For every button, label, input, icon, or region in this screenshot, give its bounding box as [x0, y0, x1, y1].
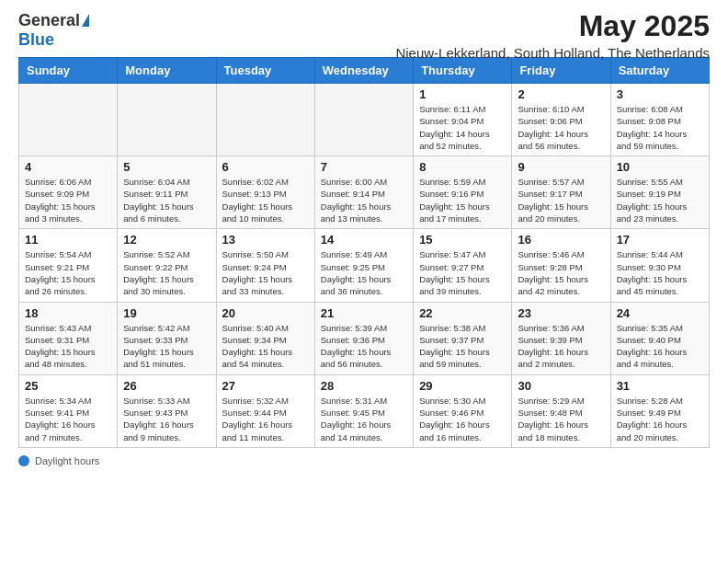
header: General Blue May 2025 Nieuw-Lekkerland, … — [0, 0, 728, 57]
day-info: Sunrise: 5:36 AM Sunset: 9:39 PM Dayligh… — [518, 322, 604, 371]
day-number: 17 — [617, 233, 703, 247]
calendar-week-row: 18Sunrise: 5:43 AM Sunset: 9:31 PM Dayli… — [19, 302, 710, 374]
day-info: Sunrise: 5:38 AM Sunset: 9:37 PM Dayligh… — [419, 322, 506, 371]
day-info: Sunrise: 5:54 AM Sunset: 9:21 PM Dayligh… — [25, 248, 111, 297]
calendar-cell — [118, 84, 216, 156]
calendar-cell: 6Sunrise: 6:02 AM Sunset: 9:13 PM Daylig… — [216, 156, 314, 229]
day-info: Sunrise: 5:55 AM Sunset: 9:19 PM Dayligh… — [617, 176, 703, 224]
day-info: Sunrise: 5:50 AM Sunset: 9:24 PM Dayligh… — [222, 248, 309, 297]
calendar-cell: 12Sunrise: 5:52 AM Sunset: 9:22 PM Dayli… — [118, 229, 216, 302]
day-number: 11 — [25, 233, 111, 247]
day-info: Sunrise: 5:52 AM Sunset: 9:22 PM Dayligh… — [123, 248, 210, 297]
day-info: Sunrise: 6:08 AM Sunset: 9:08 PM Dayligh… — [617, 103, 703, 152]
calendar-cell: 31Sunrise: 5:28 AM Sunset: 9:49 PM Dayli… — [610, 374, 709, 447]
calendar-cell: 16Sunrise: 5:46 AM Sunset: 9:28 PM Dayli… — [512, 229, 610, 302]
day-info: Sunrise: 5:42 AM Sunset: 9:33 PM Dayligh… — [123, 322, 210, 371]
footer-dot-icon — [18, 455, 29, 466]
day-info: Sunrise: 5:34 AM Sunset: 9:41 PM Dayligh… — [25, 395, 111, 443]
calendar-cell: 3Sunrise: 6:08 AM Sunset: 9:08 PM Daylig… — [610, 84, 709, 156]
day-number: 19 — [123, 306, 210, 320]
day-number: 5 — [123, 160, 210, 174]
day-info: Sunrise: 5:40 AM Sunset: 9:34 PM Dayligh… — [222, 322, 309, 371]
day-number: 10 — [617, 160, 703, 174]
title-block: May 2025 Nieuw-Lekkerland, South Holland… — [395, 9, 710, 61]
calendar-header-wednesday: Wednesday — [314, 58, 413, 84]
calendar-cell: 9Sunrise: 5:57 AM Sunset: 9:17 PM Daylig… — [512, 156, 610, 229]
calendar-cell: 21Sunrise: 5:39 AM Sunset: 9:36 PM Dayli… — [314, 302, 413, 374]
day-number: 14 — [321, 233, 407, 247]
day-number: 23 — [518, 306, 604, 320]
day-info: Sunrise: 5:35 AM Sunset: 9:40 PM Dayligh… — [617, 322, 703, 371]
day-info: Sunrise: 6:11 AM Sunset: 9:04 PM Dayligh… — [419, 103, 506, 152]
day-number: 26 — [123, 379, 210, 393]
day-info: Sunrise: 5:31 AM Sunset: 9:45 PM Dayligh… — [321, 395, 407, 443]
day-number: 2 — [518, 87, 604, 101]
day-info: Sunrise: 5:49 AM Sunset: 9:25 PM Dayligh… — [321, 248, 407, 297]
day-number: 9 — [518, 160, 604, 174]
day-info: Sunrise: 5:32 AM Sunset: 9:44 PM Dayligh… — [222, 395, 309, 443]
footer: Daylight hours — [0, 448, 728, 474]
calendar-cell: 8Sunrise: 5:59 AM Sunset: 9:16 PM Daylig… — [414, 156, 512, 229]
calendar-header-saturday: Saturday — [610, 58, 709, 84]
calendar-cell: 4Sunrise: 6:06 AM Sunset: 9:09 PM Daylig… — [19, 156, 118, 229]
page-title: May 2025 — [395, 9, 710, 43]
day-number: 30 — [518, 379, 604, 393]
day-info: Sunrise: 5:47 AM Sunset: 9:27 PM Dayligh… — [419, 248, 506, 297]
day-number: 24 — [617, 306, 703, 320]
day-number: 3 — [617, 87, 703, 101]
calendar-cell: 19Sunrise: 5:42 AM Sunset: 9:33 PM Dayli… — [118, 302, 216, 374]
day-info: Sunrise: 6:00 AM Sunset: 9:14 PM Dayligh… — [321, 176, 407, 224]
calendar-week-row: 25Sunrise: 5:34 AM Sunset: 9:41 PM Dayli… — [19, 374, 710, 447]
day-number: 21 — [321, 306, 407, 320]
day-info: Sunrise: 5:29 AM Sunset: 9:48 PM Dayligh… — [518, 395, 604, 443]
day-info: Sunrise: 5:44 AM Sunset: 9:30 PM Dayligh… — [617, 248, 703, 297]
day-number: 27 — [222, 379, 309, 393]
day-number: 1 — [419, 87, 506, 101]
calendar-cell: 17Sunrise: 5:44 AM Sunset: 9:30 PM Dayli… — [610, 229, 709, 302]
calendar-header-friday: Friday — [512, 58, 610, 84]
day-info: Sunrise: 6:10 AM Sunset: 9:06 PM Dayligh… — [518, 103, 604, 152]
day-info: Sunrise: 5:43 AM Sunset: 9:31 PM Dayligh… — [25, 322, 111, 371]
day-number: 13 — [222, 233, 309, 247]
calendar-cell: 24Sunrise: 5:35 AM Sunset: 9:40 PM Dayli… — [610, 302, 709, 374]
calendar-cell: 2Sunrise: 6:10 AM Sunset: 9:06 PM Daylig… — [512, 84, 610, 156]
calendar-week-row: 4Sunrise: 6:06 AM Sunset: 9:09 PM Daylig… — [19, 156, 710, 229]
day-number: 4 — [25, 160, 111, 174]
calendar-cell: 29Sunrise: 5:30 AM Sunset: 9:46 PM Dayli… — [414, 374, 512, 447]
logo-blue-text: Blue — [18, 30, 54, 50]
day-number: 28 — [321, 379, 407, 393]
calendar-cell — [216, 84, 314, 156]
day-number: 16 — [518, 233, 604, 247]
day-info: Sunrise: 5:59 AM Sunset: 9:16 PM Dayligh… — [419, 176, 506, 224]
calendar-cell: 14Sunrise: 5:49 AM Sunset: 9:25 PM Dayli… — [314, 229, 413, 302]
calendar-cell: 7Sunrise: 6:00 AM Sunset: 9:14 PM Daylig… — [314, 156, 413, 229]
calendar-cell: 22Sunrise: 5:38 AM Sunset: 9:37 PM Dayli… — [414, 302, 512, 374]
calendar-cell: 20Sunrise: 5:40 AM Sunset: 9:34 PM Dayli… — [216, 302, 314, 374]
day-number: 8 — [419, 160, 506, 174]
calendar-cell: 28Sunrise: 5:31 AM Sunset: 9:45 PM Dayli… — [314, 374, 413, 447]
day-number: 12 — [123, 233, 210, 247]
day-number: 20 — [222, 306, 309, 320]
calendar-header-monday: Monday — [118, 58, 216, 84]
calendar-cell: 18Sunrise: 5:43 AM Sunset: 9:31 PM Dayli… — [19, 302, 118, 374]
day-info: Sunrise: 5:46 AM Sunset: 9:28 PM Dayligh… — [518, 248, 604, 297]
calendar-cell: 23Sunrise: 5:36 AM Sunset: 9:39 PM Dayli… — [512, 302, 610, 374]
calendar-cell: 15Sunrise: 5:47 AM Sunset: 9:27 PM Dayli… — [414, 229, 512, 302]
calendar-table: SundayMondayTuesdayWednesdayThursdayFrid… — [18, 57, 710, 448]
day-number: 25 — [25, 379, 111, 393]
day-info: Sunrise: 6:06 AM Sunset: 9:09 PM Dayligh… — [25, 176, 111, 224]
day-info: Sunrise: 6:02 AM Sunset: 9:13 PM Dayligh… — [222, 176, 309, 224]
day-number: 31 — [617, 379, 703, 393]
calendar-cell — [314, 84, 413, 156]
calendar-cell: 1Sunrise: 6:11 AM Sunset: 9:04 PM Daylig… — [414, 84, 512, 156]
calendar-cell: 27Sunrise: 5:32 AM Sunset: 9:44 PM Dayli… — [216, 374, 314, 447]
logo: General Blue — [18, 11, 89, 50]
calendar-header-tuesday: Tuesday — [216, 58, 314, 84]
calendar-cell: 5Sunrise: 6:04 AM Sunset: 9:11 PM Daylig… — [118, 156, 216, 229]
day-info: Sunrise: 5:57 AM Sunset: 9:17 PM Dayligh… — [518, 176, 604, 224]
calendar-header-row: SundayMondayTuesdayWednesdayThursdayFrid… — [19, 58, 710, 84]
day-number: 6 — [222, 160, 309, 174]
day-info: Sunrise: 5:28 AM Sunset: 9:49 PM Dayligh… — [617, 395, 703, 443]
day-info: Sunrise: 5:39 AM Sunset: 9:36 PM Dayligh… — [321, 322, 407, 371]
day-number: 15 — [419, 233, 506, 247]
